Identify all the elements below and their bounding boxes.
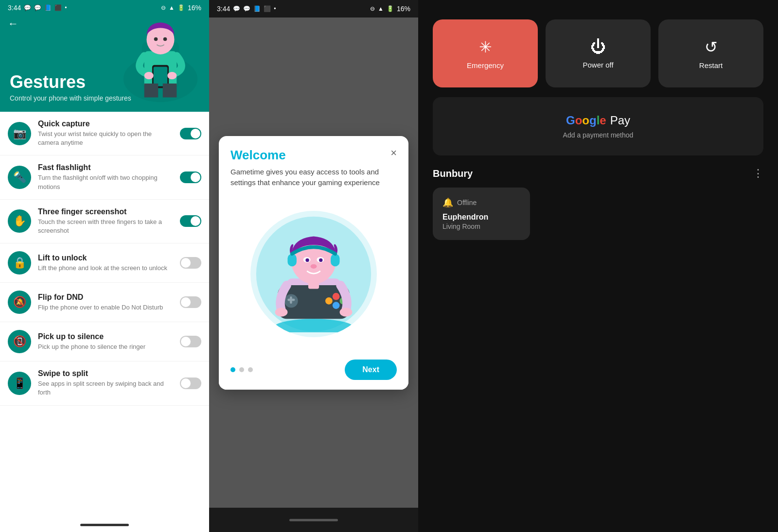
emergency-label: Emergency bbox=[467, 61, 504, 69]
gesture-toggle-3[interactable] bbox=[180, 257, 201, 269]
gestures-title: Gestures bbox=[10, 72, 131, 92]
svg-point-16 bbox=[333, 292, 340, 300]
welcome-dots bbox=[230, 367, 253, 372]
welcome-close-button[interactable]: × bbox=[390, 148, 397, 158]
gamer-circle bbox=[250, 211, 377, 337]
svg-point-27 bbox=[305, 258, 309, 261]
svg-point-19 bbox=[325, 297, 333, 305]
home-indicator bbox=[80, 524, 129, 526]
bunbury-header: Bunbury ⋮ bbox=[433, 167, 763, 180]
gesture-icon-1: 🔦 bbox=[8, 166, 31, 189]
svg-point-32 bbox=[340, 308, 353, 316]
notification-icon: ⬛ bbox=[54, 4, 62, 11]
svg-point-18 bbox=[333, 302, 340, 309]
gpay-g-letter: Google bbox=[566, 114, 606, 127]
gesture-name-1: Fast flashlight bbox=[38, 163, 173, 172]
gestures-bottom-bar bbox=[0, 517, 209, 532]
gpay-card[interactable]: Google Pay Add a payment method bbox=[433, 97, 763, 155]
poweroff-button[interactable]: ⏻ Power off bbox=[546, 19, 651, 87]
gesture-toggle-2[interactable] bbox=[180, 215, 201, 227]
gesture-icon-3: 🔒 bbox=[8, 251, 31, 275]
gpay-logo: Google Pay bbox=[566, 114, 630, 127]
gesture-name-3: Lift to unlock bbox=[38, 254, 173, 262]
bunbury-more-button[interactable]: ⋮ bbox=[753, 167, 763, 180]
device-card[interactable]: 🔔 Offline Euphendron Living Room bbox=[433, 188, 530, 240]
dot-1 bbox=[230, 367, 235, 372]
gesture-desc-5: Pick up the phone to silence the ringer bbox=[38, 343, 173, 351]
gesture-name-5: Pick up to silence bbox=[38, 332, 173, 341]
dot2-icon: • bbox=[274, 5, 276, 12]
dot-3 bbox=[248, 367, 253, 372]
sim2-icon: ⊖ bbox=[370, 5, 375, 12]
battery2-percent: 16% bbox=[397, 5, 410, 13]
gesture-toggle-5[interactable] bbox=[180, 336, 201, 347]
welcome-title: Welcome bbox=[230, 148, 286, 163]
gesture-item-4: 🔕Flip for DNDFlip the phone over to enab… bbox=[0, 283, 209, 322]
bunbury-section: Bunbury ⋮ 🔔 Offline Euphendron Living Ro… bbox=[433, 167, 763, 240]
gesture-text-6: Swipe to splitSee apps in split screen b… bbox=[38, 369, 173, 397]
device-status-row: 🔔 Offline bbox=[442, 197, 520, 208]
back-button[interactable]: ← bbox=[8, 17, 18, 30]
svg-rect-6 bbox=[157, 36, 159, 37]
gesture-icon-6: 📱 bbox=[8, 372, 31, 395]
gesture-toggle-0[interactable] bbox=[180, 128, 201, 139]
welcome-card-footer: Next bbox=[219, 352, 408, 390]
svg-rect-9 bbox=[154, 67, 168, 86]
gesture-name-4: Flip for DND bbox=[38, 293, 173, 302]
gesture-text-4: Flip for DNDFlip the phone over to enabl… bbox=[38, 293, 173, 312]
welcome-illustration bbox=[219, 196, 408, 352]
svg-point-5 bbox=[163, 37, 167, 41]
time-display: 3:44 bbox=[8, 4, 21, 12]
gesture-toggle-6[interactable] bbox=[180, 378, 201, 389]
welcome-description: Gametime gives you easy access to tools … bbox=[219, 167, 408, 196]
gesture-name-6: Swipe to split bbox=[38, 369, 173, 378]
gpay-pay-text: Pay bbox=[610, 114, 630, 127]
device-status: Offline bbox=[457, 199, 477, 206]
svg-rect-30 bbox=[308, 280, 319, 289]
poweroff-label: Power off bbox=[583, 61, 613, 69]
home-indicator-welcome bbox=[289, 519, 338, 521]
svg-rect-21 bbox=[290, 296, 292, 304]
svg-point-28 bbox=[319, 258, 322, 261]
dot-icon: • bbox=[65, 4, 67, 11]
gestures-subtitle: Control your phone with simple gestures bbox=[10, 94, 131, 102]
status-bar-welcome: 3:44 💬 💬 📘 ⬛ • ⊖ ▲ 🔋 16% bbox=[209, 0, 418, 17]
gestures-header: 3:44 💬 💬 📘 ⬛ • ⊖ ▲ 🔋 16% ← bbox=[0, 0, 209, 112]
gesture-desc-1: Turn the flashlight on/off with two chop… bbox=[38, 173, 173, 191]
svg-point-29 bbox=[311, 264, 317, 268]
gesture-text-2: Three finger screenshotTouch the screen … bbox=[38, 207, 173, 235]
emergency-button[interactable]: ✳ Emergency bbox=[433, 19, 538, 87]
gesture-item-3: 🔒Lift to unlockLift the phone and look a… bbox=[0, 243, 209, 283]
gesture-toggle-1[interactable] bbox=[180, 172, 201, 183]
next-button[interactable]: Next bbox=[345, 360, 397, 380]
gesture-item-2: ✋Three finger screenshotTouch the screen… bbox=[0, 200, 209, 243]
welcome-bottom-bar bbox=[209, 508, 418, 532]
gestures-title-area: Gestures Control your phone with simple … bbox=[10, 72, 131, 102]
gesture-icon-5: 📵 bbox=[8, 330, 31, 353]
restart-button[interactable]: ↺ Restart bbox=[658, 19, 763, 87]
bunbury-title: Bunbury bbox=[433, 168, 473, 179]
gesture-text-5: Pick up to silencePick up the phone to s… bbox=[38, 332, 173, 351]
svg-rect-23 bbox=[287, 254, 296, 266]
svg-rect-7 bbox=[162, 36, 164, 37]
whatsapp-icon: 💬 bbox=[24, 4, 31, 11]
gesture-text-3: Lift to unlockLift the phone and look at… bbox=[38, 254, 173, 273]
gesture-item-0: 📷Quick captureTwist your wrist twice qui… bbox=[0, 112, 209, 155]
device-name: Euphendron bbox=[442, 213, 520, 222]
status-left-welcome: 3:44 💬 💬 📘 ⬛ • bbox=[217, 5, 276, 13]
emergency-icon: ✳ bbox=[479, 38, 492, 56]
wifi2-icon: ▲ bbox=[378, 5, 384, 12]
wa-icon: 💬 bbox=[233, 5, 240, 12]
gesture-desc-4: Flip the phone over to enable Do Not Dis… bbox=[38, 303, 173, 312]
offline-icon: 🔔 bbox=[442, 197, 453, 208]
gesture-toggle-4[interactable] bbox=[180, 296, 201, 308]
sq-icon: ⬛ bbox=[264, 5, 271, 12]
power-top-row: ✳ Emergency ⏻ Power off ↺ Restart bbox=[433, 19, 763, 87]
svg-rect-24 bbox=[331, 254, 339, 266]
messenger-icon: 💬 bbox=[34, 4, 41, 11]
gestures-panel: 3:44 💬 💬 📘 ⬛ • ⊖ ▲ 🔋 16% ← bbox=[0, 0, 209, 532]
fb-icon: 📘 bbox=[253, 5, 261, 12]
gesture-item-6: 📱Swipe to splitSee apps in split screen … bbox=[0, 361, 209, 405]
status-left: 3:44 💬 💬 📘 ⬛ • bbox=[8, 4, 67, 12]
welcome-background: Welcome × Gametime gives you easy access… bbox=[209, 17, 418, 508]
